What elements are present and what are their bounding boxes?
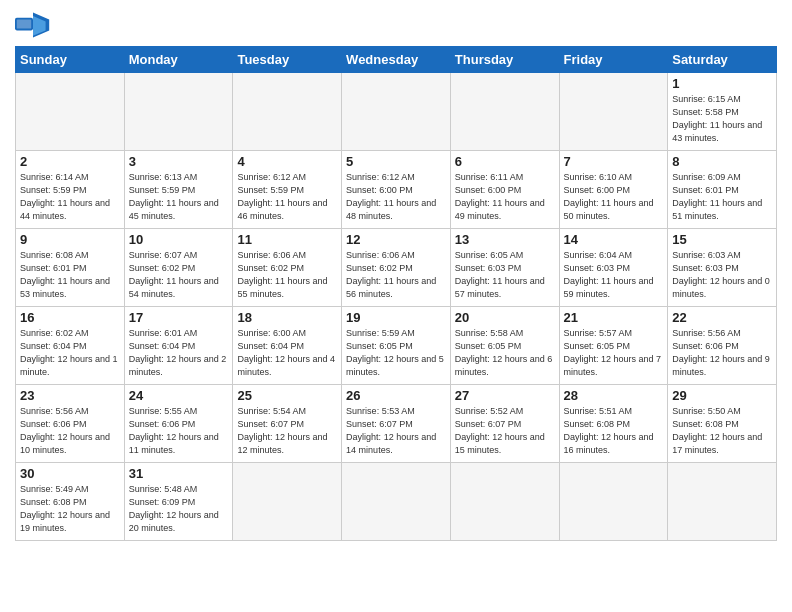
day-number: 3 xyxy=(129,154,229,169)
day-info: Sunrise: 6:03 AMSunset: 6:03 PMDaylight:… xyxy=(672,249,772,301)
day-info: Sunrise: 5:52 AMSunset: 6:07 PMDaylight:… xyxy=(455,405,555,457)
day-number: 11 xyxy=(237,232,337,247)
day-number: 18 xyxy=(237,310,337,325)
calendar-cell: 14Sunrise: 6:04 AMSunset: 6:03 PMDayligh… xyxy=(559,229,668,307)
calendar-header-row: SundayMondayTuesdayWednesdayThursdayFrid… xyxy=(16,47,777,73)
calendar-cell xyxy=(668,463,777,541)
day-info: Sunrise: 6:10 AMSunset: 6:00 PMDaylight:… xyxy=(564,171,664,223)
col-header-saturday: Saturday xyxy=(668,47,777,73)
day-number: 26 xyxy=(346,388,446,403)
day-info: Sunrise: 6:15 AMSunset: 5:58 PMDaylight:… xyxy=(672,93,772,145)
day-number: 30 xyxy=(20,466,120,481)
day-info: Sunrise: 6:01 AMSunset: 6:04 PMDaylight:… xyxy=(129,327,229,379)
calendar-cell: 5Sunrise: 6:12 AMSunset: 6:00 PMDaylight… xyxy=(342,151,451,229)
col-header-friday: Friday xyxy=(559,47,668,73)
day-info: Sunrise: 5:53 AMSunset: 6:07 PMDaylight:… xyxy=(346,405,446,457)
calendar-cell: 6Sunrise: 6:11 AMSunset: 6:00 PMDaylight… xyxy=(450,151,559,229)
calendar-cell xyxy=(559,463,668,541)
day-info: Sunrise: 5:59 AMSunset: 6:05 PMDaylight:… xyxy=(346,327,446,379)
day-info: Sunrise: 5:56 AMSunset: 6:06 PMDaylight:… xyxy=(20,405,120,457)
day-info: Sunrise: 6:08 AMSunset: 6:01 PMDaylight:… xyxy=(20,249,120,301)
day-number: 15 xyxy=(672,232,772,247)
calendar-cell: 7Sunrise: 6:10 AMSunset: 6:00 PMDaylight… xyxy=(559,151,668,229)
logo xyxy=(15,10,55,40)
logo-icon xyxy=(15,10,51,40)
day-number: 23 xyxy=(20,388,120,403)
calendar-cell xyxy=(342,463,451,541)
calendar-cell: 2Sunrise: 6:14 AMSunset: 5:59 PMDaylight… xyxy=(16,151,125,229)
calendar-week-4: 23Sunrise: 5:56 AMSunset: 6:06 PMDayligh… xyxy=(16,385,777,463)
calendar-cell xyxy=(233,73,342,151)
calendar-week-3: 16Sunrise: 6:02 AMSunset: 6:04 PMDayligh… xyxy=(16,307,777,385)
day-info: Sunrise: 5:51 AMSunset: 6:08 PMDaylight:… xyxy=(564,405,664,457)
calendar-cell: 16Sunrise: 6:02 AMSunset: 6:04 PMDayligh… xyxy=(16,307,125,385)
calendar-cell: 19Sunrise: 5:59 AMSunset: 6:05 PMDayligh… xyxy=(342,307,451,385)
page: SundayMondayTuesdayWednesdayThursdayFrid… xyxy=(0,0,792,612)
calendar-week-1: 2Sunrise: 6:14 AMSunset: 5:59 PMDaylight… xyxy=(16,151,777,229)
day-info: Sunrise: 6:06 AMSunset: 6:02 PMDaylight:… xyxy=(346,249,446,301)
day-number: 7 xyxy=(564,154,664,169)
calendar-cell: 13Sunrise: 6:05 AMSunset: 6:03 PMDayligh… xyxy=(450,229,559,307)
calendar-cell xyxy=(16,73,125,151)
col-header-sunday: Sunday xyxy=(16,47,125,73)
day-number: 4 xyxy=(237,154,337,169)
calendar-week-0: 1Sunrise: 6:15 AMSunset: 5:58 PMDaylight… xyxy=(16,73,777,151)
day-number: 10 xyxy=(129,232,229,247)
svg-rect-3 xyxy=(17,20,31,29)
calendar-week-2: 9Sunrise: 6:08 AMSunset: 6:01 PMDaylight… xyxy=(16,229,777,307)
day-number: 2 xyxy=(20,154,120,169)
day-number: 13 xyxy=(455,232,555,247)
calendar-cell: 27Sunrise: 5:52 AMSunset: 6:07 PMDayligh… xyxy=(450,385,559,463)
calendar-cell: 21Sunrise: 5:57 AMSunset: 6:05 PMDayligh… xyxy=(559,307,668,385)
day-info: Sunrise: 5:48 AMSunset: 6:09 PMDaylight:… xyxy=(129,483,229,535)
day-number: 27 xyxy=(455,388,555,403)
day-info: Sunrise: 6:02 AMSunset: 6:04 PMDaylight:… xyxy=(20,327,120,379)
day-number: 14 xyxy=(564,232,664,247)
calendar-cell: 8Sunrise: 6:09 AMSunset: 6:01 PMDaylight… xyxy=(668,151,777,229)
calendar-cell xyxy=(559,73,668,151)
day-number: 24 xyxy=(129,388,229,403)
day-number: 19 xyxy=(346,310,446,325)
day-info: Sunrise: 5:50 AMSunset: 6:08 PMDaylight:… xyxy=(672,405,772,457)
calendar-cell: 15Sunrise: 6:03 AMSunset: 6:03 PMDayligh… xyxy=(668,229,777,307)
day-number: 31 xyxy=(129,466,229,481)
day-info: Sunrise: 6:07 AMSunset: 6:02 PMDaylight:… xyxy=(129,249,229,301)
calendar-cell: 31Sunrise: 5:48 AMSunset: 6:09 PMDayligh… xyxy=(124,463,233,541)
day-info: Sunrise: 6:12 AMSunset: 6:00 PMDaylight:… xyxy=(346,171,446,223)
day-info: Sunrise: 5:56 AMSunset: 6:06 PMDaylight:… xyxy=(672,327,772,379)
calendar-cell: 28Sunrise: 5:51 AMSunset: 6:08 PMDayligh… xyxy=(559,385,668,463)
calendar-cell: 3Sunrise: 6:13 AMSunset: 5:59 PMDaylight… xyxy=(124,151,233,229)
day-info: Sunrise: 6:11 AMSunset: 6:00 PMDaylight:… xyxy=(455,171,555,223)
day-number: 25 xyxy=(237,388,337,403)
day-info: Sunrise: 6:00 AMSunset: 6:04 PMDaylight:… xyxy=(237,327,337,379)
calendar-cell xyxy=(124,73,233,151)
day-number: 1 xyxy=(672,76,772,91)
calendar-cell: 12Sunrise: 6:06 AMSunset: 6:02 PMDayligh… xyxy=(342,229,451,307)
day-number: 12 xyxy=(346,232,446,247)
calendar-week-5: 30Sunrise: 5:49 AMSunset: 6:08 PMDayligh… xyxy=(16,463,777,541)
day-number: 16 xyxy=(20,310,120,325)
calendar-cell: 23Sunrise: 5:56 AMSunset: 6:06 PMDayligh… xyxy=(16,385,125,463)
calendar-cell: 30Sunrise: 5:49 AMSunset: 6:08 PMDayligh… xyxy=(16,463,125,541)
day-number: 6 xyxy=(455,154,555,169)
day-number: 29 xyxy=(672,388,772,403)
day-info: Sunrise: 6:09 AMSunset: 6:01 PMDaylight:… xyxy=(672,171,772,223)
day-info: Sunrise: 6:13 AMSunset: 5:59 PMDaylight:… xyxy=(129,171,229,223)
calendar-cell: 9Sunrise: 6:08 AMSunset: 6:01 PMDaylight… xyxy=(16,229,125,307)
header xyxy=(15,10,777,40)
day-number: 20 xyxy=(455,310,555,325)
calendar-cell: 10Sunrise: 6:07 AMSunset: 6:02 PMDayligh… xyxy=(124,229,233,307)
day-number: 17 xyxy=(129,310,229,325)
calendar-cell: 1Sunrise: 6:15 AMSunset: 5:58 PMDaylight… xyxy=(668,73,777,151)
day-info: Sunrise: 5:57 AMSunset: 6:05 PMDaylight:… xyxy=(564,327,664,379)
calendar-cell: 26Sunrise: 5:53 AMSunset: 6:07 PMDayligh… xyxy=(342,385,451,463)
day-info: Sunrise: 5:58 AMSunset: 6:05 PMDaylight:… xyxy=(455,327,555,379)
day-info: Sunrise: 6:05 AMSunset: 6:03 PMDaylight:… xyxy=(455,249,555,301)
day-number: 9 xyxy=(20,232,120,247)
day-number: 28 xyxy=(564,388,664,403)
calendar-cell: 22Sunrise: 5:56 AMSunset: 6:06 PMDayligh… xyxy=(668,307,777,385)
col-header-wednesday: Wednesday xyxy=(342,47,451,73)
calendar-cell: 17Sunrise: 6:01 AMSunset: 6:04 PMDayligh… xyxy=(124,307,233,385)
calendar-cell xyxy=(450,463,559,541)
day-info: Sunrise: 6:14 AMSunset: 5:59 PMDaylight:… xyxy=(20,171,120,223)
